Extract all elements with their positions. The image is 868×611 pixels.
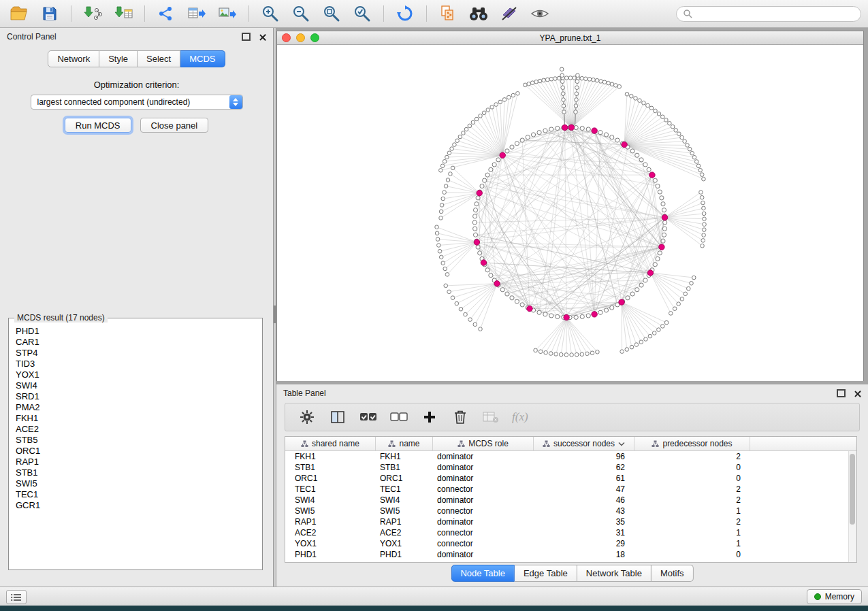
close-table-panel-icon[interactable] — [854, 390, 861, 397]
list-icon — [11, 593, 22, 601]
run-mcds-button[interactable]: Run MCDS — [65, 118, 131, 133]
tab-node-table[interactable]: Node Table — [451, 565, 515, 582]
network-canvas[interactable] — [277, 45, 863, 381]
mcds-result-item[interactable]: RAP1 — [16, 457, 261, 467]
export-network-button[interactable] — [154, 3, 178, 24]
splitter-handle[interactable] — [274, 306, 276, 323]
tab-motifs[interactable]: Motifs — [652, 565, 694, 582]
table-cell: 1 — [634, 528, 750, 538]
scrollbar-thumb[interactable] — [850, 454, 855, 525]
tab-style[interactable]: Style — [99, 50, 138, 67]
mcds-result-item[interactable]: ACE2 — [16, 424, 261, 435]
delete-table-button-disabled — [481, 408, 500, 427]
mcds-result-item[interactable]: PMA2 — [16, 402, 261, 413]
mcds-result-item[interactable]: GCR1 — [16, 500, 261, 511]
table-scrollbar[interactable] — [848, 451, 856, 562]
mcds-result-item[interactable]: YOX1 — [16, 369, 261, 380]
table-row[interactable]: ORC1ORC1dominator610 — [285, 473, 856, 484]
import-table-button[interactable] — [111, 3, 135, 24]
floppy-disk-icon — [42, 5, 58, 22]
table-row[interactable]: RAP1RAP1dominator352 — [285, 516, 856, 527]
column-header-mcds-role[interactable]: MCDS role — [433, 437, 534, 450]
mcds-result-list[interactable]: PHD1CAR1STP4TID3YOX1SWI4SRD1PMA2FKH1ACE2… — [10, 326, 261, 568]
float-table-panel-icon[interactable] — [837, 389, 846, 397]
mcds-result-item[interactable]: STB1 — [16, 467, 261, 478]
column-header-filler — [750, 437, 856, 450]
import-network-button[interactable] — [80, 3, 105, 24]
memory-button[interactable]: Memory — [807, 589, 862, 604]
table-row[interactable]: PHD1PHD1dominator180 — [285, 549, 856, 560]
search-input[interactable] — [696, 8, 854, 19]
table-cell: dominator — [433, 474, 534, 483]
zoom-fit-button[interactable] — [319, 3, 344, 24]
table-cell: 2 — [634, 495, 750, 505]
zoom-fit-icon — [323, 5, 340, 22]
mcds-result-item[interactable]: SWI5 — [16, 478, 261, 489]
mcds-result-item[interactable]: TID3 — [16, 359, 261, 369]
mcds-result-item[interactable]: CAR1 — [16, 337, 261, 348]
apply-layout-button[interactable] — [393, 3, 417, 24]
table-cell: FKH1 — [376, 452, 433, 461]
control-panel-title: Control Panel — [7, 32, 57, 42]
sort-icon — [543, 440, 550, 448]
table-row[interactable]: ACE2ACE2connector311 — [285, 527, 856, 538]
tab-network-table[interactable]: Network Table — [577, 565, 652, 582]
tab-network[interactable]: Network — [48, 50, 99, 67]
table-row[interactable]: FKH1FKH1dominator962 — [285, 451, 856, 462]
search-box[interactable] — [676, 6, 861, 22]
optimization-criterion-select[interactable]: largest connected component (undirected) — [31, 95, 243, 110]
mcds-result-item[interactable]: PHD1 — [16, 326, 261, 337]
mcds-result-item[interactable]: FKH1 — [16, 413, 261, 424]
select-all-rows-button[interactable] — [359, 408, 378, 427]
mcds-result-item[interactable]: STP4 — [16, 348, 261, 359]
table-row[interactable]: STB1STB1dominator620 — [285, 462, 856, 473]
mcds-result-item[interactable]: SRD1 — [16, 391, 261, 402]
table-row[interactable]: TEC1TEC1connector472 — [285, 484, 856, 495]
show-columns-button[interactable] — [328, 408, 347, 427]
duplicate-network-button[interactable] — [436, 3, 460, 24]
mcds-result-item[interactable]: ORC1 — [16, 446, 261, 457]
plus-icon — [423, 410, 436, 424]
zoom-in-button[interactable] — [258, 3, 283, 24]
table-row[interactable]: YOX1YOX1connector291 — [285, 538, 856, 549]
mcds-result-item[interactable]: STB5 — [16, 435, 261, 446]
table-row[interactable]: SWI5SWI5connector431 — [285, 506, 856, 516]
close-panel-icon[interactable] — [259, 33, 266, 41]
export-image-icon — [218, 5, 237, 22]
task-history-button[interactable] — [6, 590, 27, 604]
column-header-successor-nodes[interactable]: successor nodes — [534, 437, 634, 450]
tab-edge-table[interactable]: Edge Table — [515, 565, 577, 582]
table-settings-button[interactable] — [298, 408, 317, 427]
column-header-shared-name[interactable]: shared name — [285, 437, 376, 450]
export-image-button[interactable] — [215, 3, 240, 24]
table-cell: 2 — [634, 484, 750, 494]
deselect-all-rows-button[interactable] — [389, 408, 408, 427]
close-panel-button[interactable]: Close panel — [140, 118, 209, 133]
sort-icon — [388, 440, 396, 448]
open-session-button[interactable] — [7, 3, 31, 24]
table-toolbar: f(x) — [285, 403, 860, 431]
export-table-button[interactable] — [184, 3, 209, 24]
zoom-in-icon — [261, 5, 279, 22]
delete-column-button[interactable] — [451, 408, 470, 427]
clone-document-icon — [440, 5, 456, 22]
column-header-predecessor-nodes[interactable]: predecessor nodes — [634, 437, 750, 450]
mcds-result-item[interactable]: SWI4 — [16, 380, 261, 391]
zoom-selected-button[interactable] — [350, 3, 374, 24]
hide-selected-button[interactable] — [497, 3, 521, 24]
table-cell: connector — [433, 506, 534, 516]
column-header-name[interactable]: name — [376, 437, 433, 450]
table-cell: FKH1 — [285, 452, 376, 461]
show-hide-button[interactable] — [528, 3, 552, 24]
zoom-out-button[interactable] — [289, 3, 313, 24]
mcds-result-item[interactable]: TEC1 — [16, 489, 261, 500]
table-cell: RAP1 — [285, 517, 376, 527]
tab-select[interactable]: Select — [138, 50, 180, 67]
tab-mcds[interactable]: MCDS — [180, 50, 225, 67]
add-column-button[interactable] — [420, 408, 439, 427]
first-neighbors-button[interactable] — [466, 3, 491, 24]
float-panel-icon[interactable] — [242, 33, 251, 41]
save-session-button[interactable] — [37, 3, 62, 24]
table-cell: ACE2 — [285, 528, 376, 538]
table-row[interactable]: SWI4SWI4dominator462 — [285, 495, 856, 506]
